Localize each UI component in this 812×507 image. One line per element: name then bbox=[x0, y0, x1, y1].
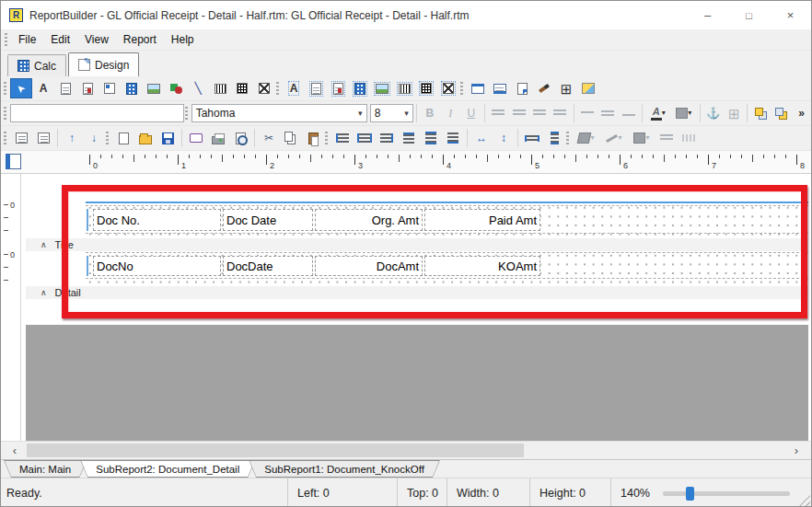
system-variable-tool[interactable] bbox=[99, 78, 121, 98]
dbbarcode-tool[interactable] bbox=[393, 78, 415, 98]
new-button[interactable] bbox=[112, 128, 134, 148]
image-tool[interactable] bbox=[143, 78, 165, 98]
region-tool[interactable] bbox=[467, 78, 489, 98]
font-color-button[interactable]: A ▾ bbox=[645, 103, 671, 123]
align-right-edges-button[interactable] bbox=[376, 128, 398, 148]
save-button[interactable] bbox=[157, 128, 179, 148]
space-vertically-button[interactable]: ↕ bbox=[493, 128, 515, 148]
valign-top-button[interactable] bbox=[576, 103, 597, 123]
align-right-button[interactable] bbox=[529, 103, 550, 123]
anchor-button[interactable]: ⚓ bbox=[703, 103, 724, 123]
fill-color-button[interactable]: ▾ bbox=[573, 128, 600, 148]
barcode2d-tool[interactable] bbox=[231, 78, 253, 98]
tab-subreport2[interactable]: SubReport2: Document_Detail bbox=[80, 460, 255, 478]
field-docamt[interactable]: DocAmt bbox=[315, 256, 423, 276]
tab-subreport1[interactable]: SubReport1: Document_KnockOff bbox=[249, 460, 440, 478]
align-h-centers-button[interactable] bbox=[354, 128, 376, 148]
send-to-back-button[interactable] bbox=[771, 103, 792, 123]
richtext-tool[interactable] bbox=[76, 78, 99, 98]
align-middles-button[interactable] bbox=[420, 128, 442, 148]
title-band-header[interactable]: ∧ Title bbox=[26, 238, 808, 251]
align-justify-button[interactable] bbox=[550, 103, 570, 123]
horizontal-scrollbar[interactable]: ‹ › bbox=[1, 441, 811, 459]
cut-button[interactable]: ✂ bbox=[258, 128, 280, 148]
tab-design[interactable]: ✎ Design bbox=[68, 52, 139, 76]
menu-edit[interactable]: Edit bbox=[43, 31, 77, 48]
line-color-button[interactable]: ▾ bbox=[600, 128, 628, 148]
line-solid-button[interactable] bbox=[655, 128, 678, 148]
label-doc-no[interactable]: Doc No. bbox=[93, 209, 221, 231]
zoom-slider-thumb[interactable] bbox=[686, 487, 694, 501]
scrollbar-thumb[interactable] bbox=[27, 444, 524, 457]
valign-bottom-button[interactable] bbox=[618, 103, 638, 123]
menu-help[interactable]: Help bbox=[164, 31, 202, 48]
line-tool[interactable]: ╲ bbox=[187, 78, 209, 98]
scroll-right-arrow[interactable]: › bbox=[788, 442, 805, 459]
tab-main[interactable]: Main: Main bbox=[4, 460, 87, 478]
style-combo[interactable] bbox=[10, 104, 184, 122]
db2dbarcode-tool[interactable] bbox=[415, 78, 437, 98]
align-left-button[interactable] bbox=[488, 103, 508, 123]
page-setup-button[interactable] bbox=[185, 128, 207, 148]
select-tool[interactable]: ➤ bbox=[10, 78, 32, 98]
font-name-combo[interactable]: Tahoma ▾ bbox=[191, 104, 367, 122]
paste-button[interactable] bbox=[302, 128, 324, 148]
align-center-button[interactable] bbox=[508, 103, 528, 123]
tab-calc[interactable]: Calc bbox=[7, 54, 66, 76]
subreport-tool[interactable] bbox=[489, 78, 511, 98]
memo-tool[interactable] bbox=[54, 78, 76, 98]
dbtext-tool[interactable]: A bbox=[283, 78, 305, 98]
design-canvas[interactable]: 0 0 Doc No. Doc Date Org. Amt Paid Amt ∧… bbox=[1, 174, 811, 441]
checkbox-tool[interactable] bbox=[253, 78, 275, 98]
nudge-down-button[interactable]: ↓ bbox=[83, 128, 105, 148]
field-docno[interactable]: DocNo bbox=[93, 256, 221, 276]
zoom-slider-track[interactable] bbox=[663, 491, 790, 496]
shade-color-button[interactable]: ▾ bbox=[628, 128, 655, 148]
dbrichtext-tool[interactable] bbox=[327, 78, 349, 98]
menu-view[interactable]: View bbox=[77, 31, 116, 48]
field-docdate[interactable]: DocDate bbox=[223, 256, 313, 276]
label-org-amt[interactable]: Org. Amt bbox=[315, 209, 423, 231]
menu-file[interactable]: File bbox=[11, 31, 43, 48]
align-left-edges-button[interactable] bbox=[331, 128, 354, 148]
dbimage-tool[interactable] bbox=[371, 78, 393, 98]
size-same-height-button[interactable] bbox=[543, 128, 565, 148]
bring-to-front-button[interactable] bbox=[750, 103, 771, 123]
bold-button[interactable]: B bbox=[420, 103, 440, 123]
dbcheckbox-tool[interactable] bbox=[437, 78, 459, 98]
align-tops-button[interactable] bbox=[398, 128, 420, 148]
print-preview-button[interactable] bbox=[229, 128, 251, 148]
valign-middle-button[interactable] bbox=[597, 103, 618, 123]
highlight-color-button[interactable]: ▾ bbox=[671, 103, 697, 123]
paintbrush-tool[interactable] bbox=[533, 78, 555, 98]
toolbar-overflow-button[interactable]: » bbox=[794, 103, 809, 123]
dbmemo-tool[interactable] bbox=[305, 78, 327, 98]
align-bottoms-button[interactable] bbox=[442, 128, 464, 148]
close-button[interactable]: × bbox=[770, 1, 811, 29]
label-paid-amt[interactable]: Paid Amt bbox=[424, 209, 540, 231]
dbcalc-tool[interactable] bbox=[349, 78, 371, 98]
barcode-tool[interactable] bbox=[209, 78, 231, 98]
report-tree-button[interactable] bbox=[32, 128, 54, 148]
label-doc-date[interactable]: Doc Date bbox=[223, 209, 313, 231]
minimize-button[interactable]: – bbox=[687, 1, 728, 29]
crosstab-tool[interactable] bbox=[511, 78, 533, 98]
borders-button[interactable]: ⊞ bbox=[724, 103, 744, 123]
detail-band-header[interactable]: ∧ Detail bbox=[26, 286, 808, 299]
nudge-up-button[interactable]: ↑ bbox=[61, 128, 83, 148]
size-same-width-button[interactable] bbox=[521, 128, 543, 148]
underline-button[interactable]: U bbox=[461, 103, 481, 123]
ruler-origin-icon[interactable] bbox=[6, 154, 21, 169]
font-size-combo[interactable]: 8 ▾ bbox=[370, 104, 413, 122]
variable-tool[interactable] bbox=[121, 78, 143, 98]
copy-button[interactable] bbox=[280, 128, 302, 148]
line-dashed-button[interactable] bbox=[678, 128, 700, 148]
label-tool[interactable]: A bbox=[32, 78, 54, 98]
print-button[interactable] bbox=[207, 128, 229, 148]
scroll-left-arrow[interactable]: ‹ bbox=[6, 442, 23, 459]
data-tree-button[interactable] bbox=[10, 128, 32, 148]
zoom-slider[interactable] bbox=[663, 487, 790, 501]
italic-button[interactable]: I bbox=[440, 103, 460, 123]
shape-tool[interactable] bbox=[165, 78, 187, 98]
chart-tool[interactable] bbox=[577, 78, 599, 98]
